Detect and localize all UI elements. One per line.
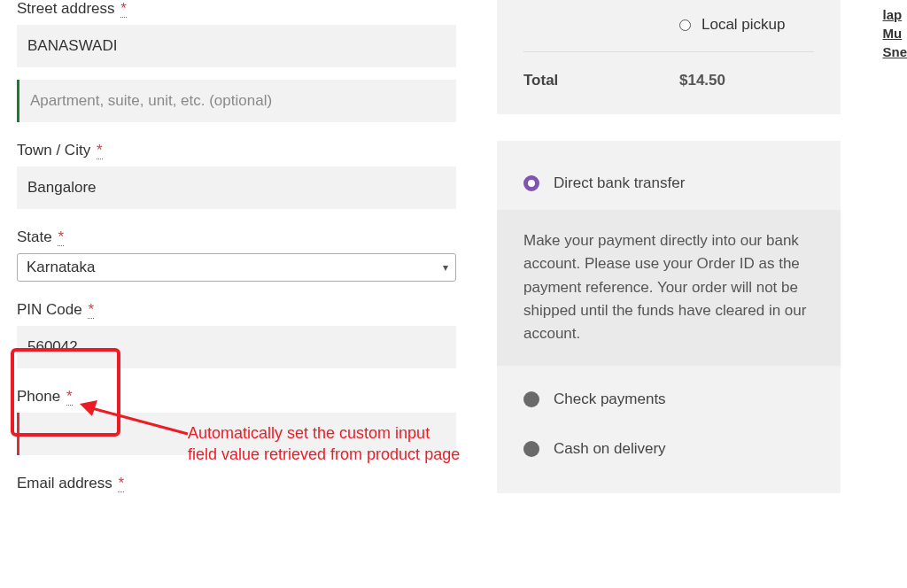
payment-option-cheque[interactable]: Check payments	[497, 378, 841, 421]
label-state: State *	[17, 228, 456, 246]
payment-option-bacs[interactable]: Direct bank transfer	[497, 162, 841, 205]
field-city: Town / City *	[17, 142, 456, 209]
radio-icon	[523, 441, 539, 457]
label-phone: Phone *	[17, 388, 456, 406]
sidebar-links: lap Mu Sne	[882, 7, 907, 63]
shipping-options: Local pickup	[523, 0, 814, 34]
label-email: Email address *	[17, 475, 456, 492]
payment-option-cod[interactable]: Cash on delivery	[497, 421, 841, 470]
payment-option-label: Cash on delivery	[554, 440, 666, 458]
label-state-text: State	[17, 228, 52, 245]
label-street: Street address *	[17, 0, 456, 18]
select-state[interactable]: Karnataka ▾	[17, 253, 456, 282]
radio-icon	[679, 19, 691, 31]
select-state-value: Karnataka	[18, 254, 455, 281]
payment-option-label: Check payments	[554, 391, 666, 408]
label-city-text: Town / City	[17, 142, 90, 159]
payment-methods: Direct bank transfer Make your payment d…	[497, 141, 841, 493]
input-pin[interactable]	[17, 326, 456, 368]
order-total-value: $14.50	[679, 72, 725, 89]
input-city[interactable]	[17, 166, 456, 209]
order-total-label: Total	[523, 72, 679, 89]
label-email-text: Email address	[17, 475, 112, 491]
label-city: Town / City *	[17, 142, 456, 159]
label-street-text: Street address	[17, 0, 115, 17]
radio-icon	[523, 391, 539, 407]
required-mark: *	[97, 142, 103, 159]
annotation-text: Automatically set the custom input field…	[188, 422, 462, 466]
field-pin: PIN Code *	[17, 301, 456, 368]
chevron-down-icon: ▾	[443, 261, 448, 274]
shipping-option-local-pickup[interactable]: Local pickup	[679, 16, 814, 34]
shipping-option-label: Local pickup	[702, 16, 786, 34]
side-link-1[interactable]: Mu	[882, 26, 907, 41]
payment-bacs-description: Make your payment directly into our bank…	[497, 210, 841, 366]
label-pin: PIN Code *	[17, 301, 456, 319]
label-phone-text: Phone	[17, 388, 60, 405]
required-mark: *	[66, 388, 73, 406]
order-total-row: Total $14.50	[523, 52, 814, 89]
radio-selected-icon	[523, 175, 539, 191]
required-mark: *	[88, 301, 94, 319]
input-apartment[interactable]	[17, 80, 456, 122]
field-street: Street address *	[17, 0, 456, 122]
side-link-0[interactable]: lap	[882, 7, 907, 22]
required-mark: *	[118, 475, 124, 492]
required-mark: *	[58, 228, 64, 246]
label-pin-text: PIN Code	[17, 301, 82, 318]
field-email: Email address *	[17, 475, 456, 492]
order-column: Local pickup Total $14.50 Direct bank tr…	[497, 0, 841, 493]
required-mark: *	[120, 0, 127, 18]
payment-option-label: Direct bank transfer	[554, 174, 685, 192]
field-state: State * Karnataka ▾	[17, 228, 456, 282]
input-street[interactable]	[17, 25, 456, 67]
order-summary: Local pickup Total $14.50	[497, 0, 841, 114]
side-link-2[interactable]: Sne	[882, 44, 907, 59]
